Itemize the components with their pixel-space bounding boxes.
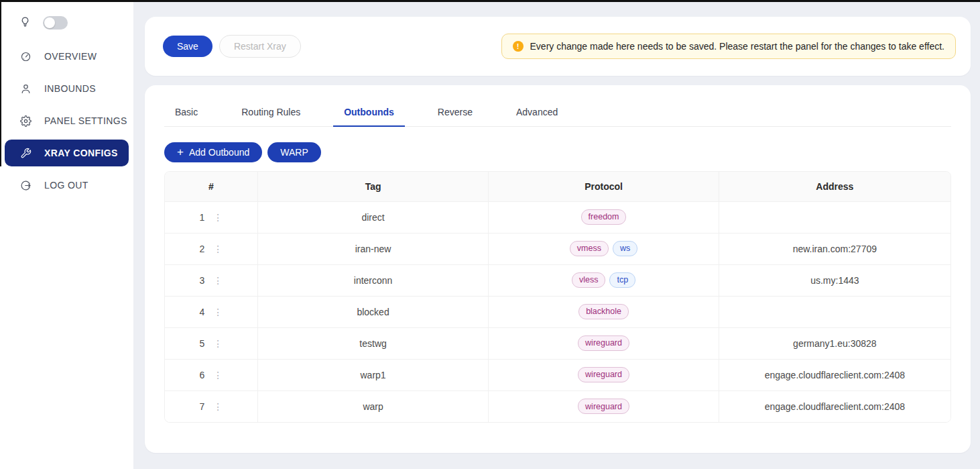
save-toolbar-card: Save Restart Xray ! Every change made he… bbox=[145, 17, 971, 76]
sidebar-item-label: OVERVIEW bbox=[44, 51, 97, 62]
row-number: 7 bbox=[199, 401, 204, 412]
protocol-cell: wireguard bbox=[489, 390, 719, 422]
table-body: 1⋮directfreedom2⋮iran-newvmesswsnew.iran… bbox=[165, 201, 951, 422]
protocol-badge-wireguard: wireguard bbox=[578, 335, 629, 351]
protocol-cell: freedom bbox=[489, 201, 719, 233]
sidebar-item-label: INBOUNDS bbox=[44, 83, 96, 94]
protocol-badge-tcp: tcp bbox=[609, 272, 635, 288]
row-number-cell: 3⋮ bbox=[165, 264, 257, 296]
row-number-cell: 1⋮ bbox=[165, 201, 257, 233]
tag-cell: warp1 bbox=[257, 359, 489, 390]
toggle-knob bbox=[44, 17, 55, 28]
row-number: 3 bbox=[199, 275, 204, 286]
protocol-cell: wireguard bbox=[489, 327, 719, 359]
protocol-badge-wireguard: wireguard bbox=[578, 399, 629, 414]
address-cell bbox=[719, 296, 951, 327]
table-row: 1⋮directfreedom bbox=[165, 201, 951, 233]
row-number-cell: 7⋮ bbox=[165, 390, 257, 422]
config-tabs: BasicRouting RulesOutboundsReverseAdvanc… bbox=[164, 103, 951, 127]
lightbulb-icon bbox=[19, 16, 31, 30]
outbound-actions: + Add Outbound WARP bbox=[164, 142, 951, 162]
user-icon bbox=[19, 83, 32, 95]
protocol-badge-vmess: vmess bbox=[570, 241, 609, 256]
toolbar-buttons: Save Restart Xray bbox=[163, 35, 301, 58]
tab-outbounds[interactable]: Outbounds bbox=[333, 103, 405, 126]
save-button[interactable]: Save bbox=[163, 36, 212, 57]
protocol-cell: blackhole bbox=[489, 296, 719, 327]
sidebar-nav: OVERVIEWINBOUNDSPANEL SETTINGSXRAY CONFI… bbox=[0, 40, 133, 201]
row-number-cell: 6⋮ bbox=[165, 359, 257, 390]
table-header-row: #TagProtocolAddress bbox=[165, 172, 951, 201]
sidebar: OVERVIEWINBOUNDSPANEL SETTINGSXRAY CONFI… bbox=[0, 0, 133, 469]
tag-cell: direct bbox=[257, 201, 489, 233]
column-header-protocol: Protocol bbox=[489, 172, 719, 201]
row-number: 6 bbox=[199, 370, 204, 380]
row-menu-icon[interactable]: ⋮ bbox=[213, 339, 223, 348]
table-row: 4⋮blockedblackhole bbox=[165, 296, 951, 327]
row-menu-icon[interactable]: ⋮ bbox=[213, 244, 223, 254]
row-menu-icon[interactable]: ⋮ bbox=[213, 370, 223, 380]
sidebar-item-label: LOG OUT bbox=[44, 180, 88, 191]
protocol-cell: vmessws bbox=[489, 233, 719, 264]
table-row: 6⋮warp1wireguardengage.cloudflareclient.… bbox=[165, 359, 951, 390]
add-outbound-label: Add Outbound bbox=[189, 147, 249, 158]
tab-advanced[interactable]: Advanced bbox=[505, 103, 568, 126]
sidebar-item-panel-settings[interactable]: PANEL SETTINGS bbox=[0, 105, 133, 137]
warning-icon: ! bbox=[513, 41, 524, 52]
column-header-: # bbox=[165, 172, 257, 201]
protocol-cell: wireguard bbox=[489, 359, 719, 390]
gear-icon bbox=[19, 115, 32, 127]
screen-edge-top bbox=[0, 0, 980, 2]
table-row: 2⋮iran-newvmesswsnew.iran.com:27709 bbox=[165, 233, 951, 264]
warning-alert: ! Every change made here needs to be sav… bbox=[501, 34, 956, 59]
row-menu-icon[interactable]: ⋮ bbox=[213, 276, 223, 285]
tag-cell: blocked bbox=[257, 296, 489, 327]
tag-cell: iran-new bbox=[257, 233, 489, 264]
row-number-cell: 4⋮ bbox=[165, 296, 257, 327]
add-outbound-button[interactable]: + Add Outbound bbox=[164, 142, 262, 162]
tag-cell: interconn bbox=[257, 264, 489, 296]
sidebar-item-label: XRAY CONFIGS bbox=[44, 148, 118, 158]
outbounds-table-wrapper: #TagProtocolAddress 1⋮directfreedom2⋮ira… bbox=[164, 171, 951, 423]
table-row: 5⋮testwgwireguardgermany1.eu:30828 bbox=[165, 327, 951, 359]
table-row: 3⋮interconnvlesstcpus.my:1443 bbox=[165, 264, 951, 296]
warp-label: WARP bbox=[280, 147, 308, 158]
row-number: 2 bbox=[199, 244, 204, 254]
sidebar-item-label: PANEL SETTINGS bbox=[44, 115, 127, 126]
tag-cell: testwg bbox=[257, 327, 489, 359]
warning-text: Every change made here needs to be saved… bbox=[530, 41, 944, 52]
address-cell: engage.cloudflareclient.com:2408 bbox=[719, 390, 951, 422]
protocol-badge-wireguard: wireguard bbox=[578, 367, 629, 382]
address-cell bbox=[719, 201, 951, 233]
sidebar-item-overview[interactable]: OVERVIEW bbox=[0, 40, 133, 72]
address-cell: germany1.eu:30828 bbox=[719, 327, 951, 359]
sidebar-item-xray-configs[interactable]: XRAY CONFIGS bbox=[5, 140, 129, 166]
column-header-address: Address bbox=[719, 172, 951, 201]
theme-toggle[interactable] bbox=[43, 16, 68, 30]
protocol-badge-blackhole: blackhole bbox=[578, 304, 629, 319]
plus-icon: + bbox=[177, 146, 184, 158]
tab-routing-rules[interactable]: Routing Rules bbox=[231, 103, 311, 126]
table-row: 7⋮warpwireguardengage.cloudflareclient.c… bbox=[165, 390, 951, 422]
address-cell: new.iran.com:27709 bbox=[719, 233, 951, 264]
warp-button[interactable]: WARP bbox=[267, 142, 320, 162]
address-cell: us.my:1443 bbox=[719, 264, 951, 296]
row-menu-icon[interactable]: ⋮ bbox=[213, 307, 223, 317]
tab-reverse[interactable]: Reverse bbox=[427, 103, 483, 126]
tab-basic[interactable]: Basic bbox=[164, 103, 208, 126]
theme-toggle-row bbox=[0, 8, 133, 38]
sidebar-item-inbounds[interactable]: INBOUNDS bbox=[0, 72, 133, 105]
row-number-cell: 5⋮ bbox=[165, 327, 257, 359]
row-menu-icon[interactable]: ⋮ bbox=[213, 402, 223, 411]
row-number-cell: 2⋮ bbox=[165, 233, 257, 264]
restart-xray-button[interactable]: Restart Xray bbox=[219, 35, 301, 58]
protocol-badge-ws: ws bbox=[613, 241, 637, 256]
tag-cell: warp bbox=[257, 390, 489, 422]
sidebar-item-log-out[interactable]: LOG OUT bbox=[0, 169, 133, 201]
address-cell: engage.cloudflareclient.com:2408 bbox=[719, 359, 951, 390]
protocol-badge-freedom: freedom bbox=[581, 209, 627, 225]
row-number: 1 bbox=[199, 212, 204, 223]
screen-edge-left bbox=[0, 0, 1, 166]
row-menu-icon[interactable]: ⋮ bbox=[213, 213, 223, 222]
protocol-badge-vless: vless bbox=[572, 272, 605, 288]
